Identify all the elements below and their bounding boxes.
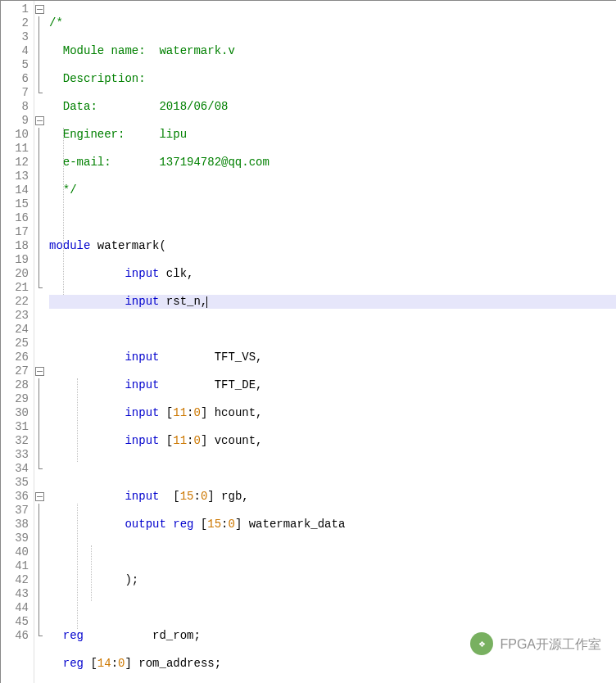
fold-cell — [34, 156, 46, 170]
line-number: 26 — [1, 351, 29, 364]
fold-cell — [34, 170, 46, 183]
code-line[interactable]: input [11:0] hcount, — [49, 406, 616, 420]
fold-cell — [34, 573, 46, 587]
line-number: 46 — [1, 629, 29, 643]
fold-cell — [34, 406, 46, 420]
code-line[interactable] — [49, 545, 616, 559]
line-number: 21 — [1, 281, 29, 295]
fold-cell — [34, 142, 46, 156]
line-number: 18 — [1, 239, 29, 253]
line-number: 45 — [1, 615, 29, 629]
line-number: 10 — [1, 128, 29, 142]
code-line[interactable]: reg rd_rom; — [49, 629, 616, 643]
fold-cell — [34, 392, 46, 406]
line-number-gutter: 1234567891011121314151617181920212223242… — [1, 1, 34, 683]
line-number: 14 — [1, 183, 29, 197]
code-line[interactable]: */ — [49, 183, 616, 197]
code-line[interactable]: input TFT_VS, — [49, 351, 616, 364]
code-line[interactable] — [49, 601, 616, 615]
fold-cell — [34, 295, 46, 309]
fold-cell — [34, 434, 46, 448]
fold-cell — [34, 531, 46, 545]
fold-cell — [34, 420, 46, 434]
fold-cell — [34, 86, 46, 100]
line-number: 23 — [1, 309, 29, 323]
code-line[interactable] — [49, 323, 616, 337]
fold-cell — [34, 351, 46, 364]
code-line[interactable]: Module name: watermark.v — [49, 44, 616, 58]
fold-cell — [34, 364, 46, 378]
line-number: 29 — [1, 392, 29, 406]
line-number: 9 — [1, 114, 29, 128]
line-number: 2 — [1, 16, 29, 30]
line-number: 15 — [1, 197, 29, 211]
fold-cell — [34, 211, 46, 225]
fold-toggle-icon[interactable] — [35, 116, 44, 125]
fold-cell — [34, 323, 46, 337]
code-line[interactable]: module watermark( — [49, 239, 616, 253]
code-line[interactable]: Description: — [49, 72, 616, 86]
line-number: 34 — [1, 462, 29, 476]
line-number: 31 — [1, 420, 29, 434]
line-number: 41 — [1, 559, 29, 573]
code-editor: 1234567891011121314151617181920212223242… — [0, 0, 616, 683]
fold-cell — [34, 629, 46, 643]
line-number: 30 — [1, 406, 29, 420]
line-number: 7 — [1, 86, 29, 100]
line-number: 36 — [1, 490, 29, 504]
line-number: 19 — [1, 253, 29, 267]
line-number: 4 — [1, 44, 29, 58]
text-cursor — [206, 296, 207, 308]
line-number: 35 — [1, 476, 29, 490]
fold-cell — [34, 615, 46, 629]
code-line[interactable]: ); — [49, 573, 616, 587]
code-line[interactable] — [49, 211, 616, 225]
line-number: 25 — [1, 337, 29, 351]
line-number: 38 — [1, 518, 29, 531]
code-line[interactable]: /* — [49, 16, 616, 30]
fold-cell — [34, 267, 46, 281]
code-line[interactable]: output reg [15:0] watermark_data — [49, 518, 616, 531]
fold-cell — [34, 448, 46, 462]
code-line[interactable]: input [15:0] rgb, — [49, 490, 616, 504]
line-number: 12 — [1, 156, 29, 170]
line-number: 13 — [1, 170, 29, 183]
fold-cell — [34, 128, 46, 142]
code-line[interactable] — [49, 462, 616, 476]
code-line[interactable]: e-mail: 137194782@qq.com — [49, 156, 616, 170]
fold-cell — [34, 378, 46, 392]
line-number: 22 — [1, 295, 29, 309]
fold-cell — [34, 58, 46, 72]
fold-cell — [34, 253, 46, 267]
line-number: 3 — [1, 30, 29, 44]
code-line-current[interactable]: input rst_n, — [49, 295, 616, 309]
code-line[interactable]: reg [14:0] rom_address; — [49, 657, 616, 671]
code-line[interactable]: input [11:0] vcount, — [49, 434, 616, 448]
line-number: 11 — [1, 142, 29, 156]
fold-cell — [34, 30, 46, 44]
fold-cell — [34, 16, 46, 30]
fold-cell — [34, 225, 46, 239]
line-number: 16 — [1, 211, 29, 225]
fold-cell — [34, 197, 46, 211]
fold-cell — [34, 281, 46, 295]
code-line[interactable]: Data: 2018/06/08 — [49, 100, 616, 114]
fold-cell — [34, 545, 46, 559]
fold-cell — [34, 309, 46, 323]
fold-cell — [34, 504, 46, 518]
fold-cell — [34, 183, 46, 197]
fold-cell — [34, 462, 46, 476]
code-line[interactable]: input TFT_DE, — [49, 378, 616, 392]
fold-cell — [34, 44, 46, 58]
fold-gutter — [34, 1, 46, 683]
code-line[interactable]: input clk, — [49, 267, 616, 281]
fold-cell — [34, 601, 46, 615]
fold-toggle-icon[interactable] — [35, 5, 44, 14]
code-area[interactable]: /* Module name: watermark.v Description:… — [46, 1, 616, 683]
fold-cell — [34, 337, 46, 351]
code-line[interactable]: Engineer: lipu — [49, 128, 616, 142]
line-number: 17 — [1, 225, 29, 239]
fold-cell — [34, 490, 46, 504]
fold-toggle-icon[interactable] — [35, 492, 44, 501]
fold-toggle-icon[interactable] — [35, 367, 44, 376]
